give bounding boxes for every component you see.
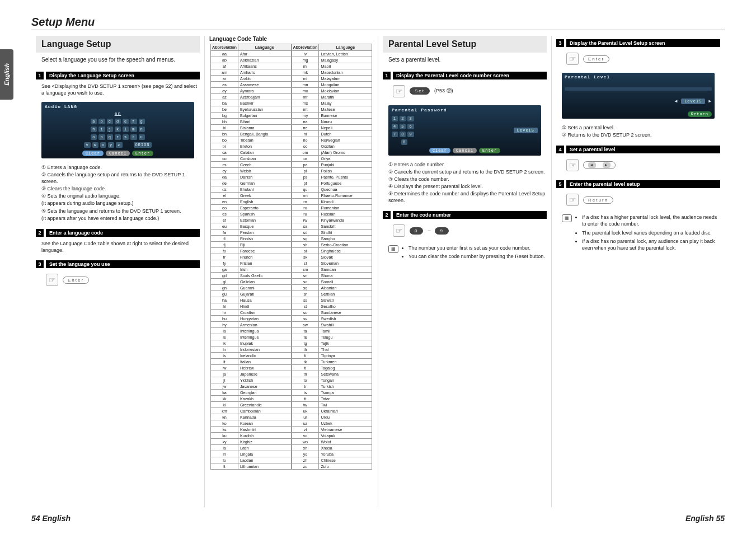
- annotation-list: ① Enters a code number.② Cancels the cur…: [383, 160, 547, 208]
- cell-abbr: mr: [292, 94, 319, 100]
- cell-lang: Bhutani: [238, 186, 291, 193]
- sc-key[interactable]: 3: [407, 116, 414, 121]
- cell-abbr: sn: [292, 273, 319, 279]
- cell-lang: Samoan: [319, 266, 372, 273]
- list-item: ② Cancels the language setup and returns…: [41, 171, 200, 185]
- sc-key[interactable]: s: [123, 134, 129, 140]
- sc-key[interactable]: y: [108, 142, 114, 148]
- cell-abbr: ml: [292, 76, 319, 82]
- enter-pill[interactable]: Enter: [63, 277, 89, 284]
- sc-key[interactable]: j: [107, 127, 113, 132]
- enter-button[interactable]: Enter: [132, 151, 153, 156]
- sc-key[interactable]: 6: [407, 124, 414, 129]
- section-intro: Sets a parental level.: [383, 56, 547, 68]
- clear-button[interactable]: Clear: [82, 151, 104, 156]
- table-row: siSinghalese: [292, 248, 372, 254]
- sc-key[interactable]: 0: [401, 139, 407, 145]
- sc-key[interactable]: x: [100, 142, 106, 148]
- action-row: ☞ Enter: [36, 270, 200, 292]
- cell-lang: Somali: [319, 279, 372, 285]
- return-button[interactable]: Return: [688, 111, 712, 117]
- nav-pill[interactable]: ◂ ▸: [583, 161, 616, 169]
- sc-key[interactable]: p: [98, 134, 105, 140]
- sc-key[interactable]: i: [98, 127, 105, 132]
- sc-key[interactable]: c: [107, 119, 113, 124]
- cell-lang: Danish: [238, 174, 291, 180]
- list-item: ④ Displays the present parental lock lev…: [388, 183, 547, 190]
- triangle-left-icon[interactable]: ◀: [675, 99, 678, 104]
- cell-abbr: ji: [211, 377, 238, 383]
- step-2: 2 Enter a language code: [36, 229, 200, 237]
- code-table-right: AbbreviationLanguage lvLatvian, Lettishm…: [292, 44, 373, 470]
- cell-abbr: tr: [292, 383, 319, 390]
- cell-lang: Indonesian: [238, 346, 291, 353]
- sc-key[interactable]: d: [115, 119, 121, 124]
- cell-lang: Faroese: [238, 248, 291, 254]
- cell-abbr: fa: [211, 229, 238, 236]
- table-row: esSpanish: [211, 211, 292, 217]
- digit-0-pill[interactable]: 0: [410, 227, 423, 235]
- cell-abbr: cs: [211, 162, 238, 168]
- sc-key[interactable]: f: [130, 119, 137, 124]
- sc-key[interactable]: u: [139, 134, 145, 140]
- sc-key[interactable]: 7: [392, 132, 398, 137]
- digit-9-pill[interactable]: 9: [435, 227, 448, 235]
- sc-key[interactable]: r: [115, 134, 121, 140]
- cell-abbr: et: [211, 217, 238, 223]
- table-row: lnLingala: [211, 451, 292, 457]
- sc-key[interactable]: n: [139, 127, 145, 132]
- table-row: om(Afan) Oromo: [292, 149, 372, 156]
- sc-key[interactable]: 2: [400, 116, 406, 121]
- enter-button[interactable]: Enter: [479, 148, 500, 153]
- footer-left: 54 English: [31, 514, 71, 523]
- sc-key[interactable]: h: [91, 127, 97, 132]
- cell-lang: Rhaeto-Romance: [319, 193, 372, 199]
- enter-pill[interactable]: Enter: [583, 55, 609, 63]
- table-row: kaGeorgian: [211, 390, 292, 396]
- table-row: guGujarati: [211, 291, 292, 297]
- step-title: Set a parental level: [566, 146, 720, 153]
- cell-abbr: eo: [211, 205, 238, 211]
- sc-key[interactable]: a: [91, 119, 97, 124]
- cell-lang: Tajik: [319, 340, 372, 346]
- list-item: ① Enters a code number.: [388, 161, 547, 168]
- triangle-right-icon[interactable]: ▶: [708, 99, 712, 104]
- cell-abbr: ku: [211, 433, 238, 439]
- sc-key[interactable]: k: [115, 127, 121, 132]
- cell-lang: Italian: [238, 359, 291, 365]
- sc-key[interactable]: o: [91, 134, 97, 140]
- cell-lang: Sundanese: [319, 310, 372, 316]
- cell-abbr: nl: [292, 131, 319, 137]
- cell-abbr: mo: [292, 88, 319, 94]
- sc-key[interactable]: 8: [400, 132, 406, 137]
- clear-button[interactable]: Clear: [429, 148, 450, 153]
- cell-abbr: gl: [211, 279, 238, 285]
- sc-key[interactable]: 5: [400, 124, 406, 129]
- cell-abbr: ia: [211, 328, 238, 334]
- set-pill[interactable]: Set: [410, 87, 430, 95]
- cell-lang: Vietnamese: [319, 427, 372, 433]
- sc-key[interactable]: w: [92, 142, 98, 148]
- right-arrow-icon: ▸: [603, 162, 611, 168]
- sc-key[interactable]: b: [98, 119, 105, 124]
- sc-key[interactable]: l: [123, 127, 129, 132]
- table-row: paPunjabi: [292, 162, 372, 168]
- sc-key[interactable]: g: [139, 119, 145, 124]
- sc-key[interactable]: ORIGN: [134, 142, 152, 148]
- sc-key[interactable]: t: [130, 134, 137, 140]
- step-1: 1 Display the Parental Level code number…: [383, 72, 547, 79]
- cell-abbr: ky: [211, 439, 238, 445]
- sc-key[interactable]: z: [116, 142, 122, 148]
- sc-key[interactable]: 4: [392, 124, 398, 129]
- cell-lang: Bulgarian: [238, 113, 291, 119]
- sc-key[interactable]: v: [84, 142, 90, 148]
- sc-key[interactable]: q: [107, 134, 113, 140]
- sc-key[interactable]: 1: [392, 116, 398, 121]
- sc-title: Parental Level: [565, 74, 712, 79]
- sc-key[interactable]: m: [130, 127, 137, 132]
- sc-key[interactable]: 9: [407, 132, 414, 137]
- return-pill[interactable]: Return: [583, 196, 613, 204]
- cancel-button[interactable]: Cancel: [106, 151, 130, 156]
- cancel-button[interactable]: Cancel: [453, 148, 477, 153]
- sc-key[interactable]: e: [123, 119, 129, 124]
